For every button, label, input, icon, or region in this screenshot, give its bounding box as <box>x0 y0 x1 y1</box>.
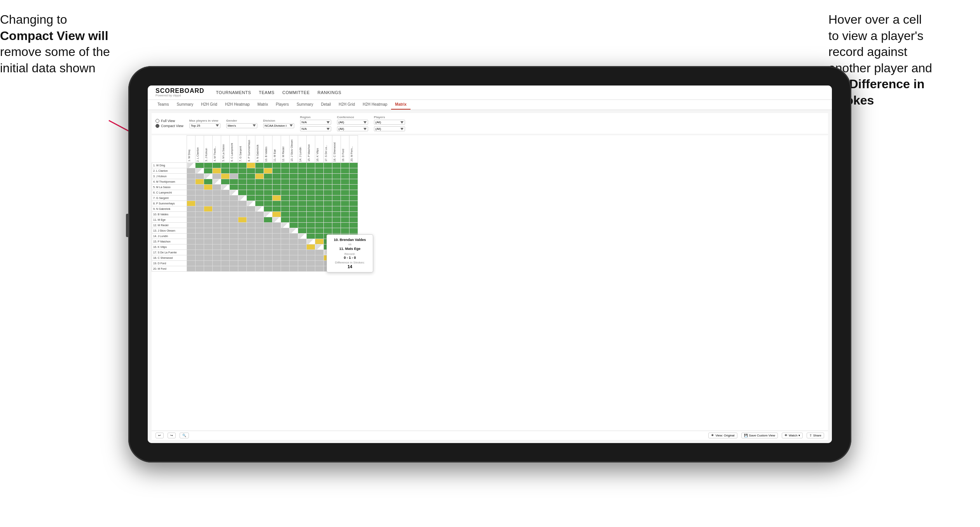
matrix-cell[interactable] <box>281 206 290 212</box>
matrix-cell[interactable] <box>221 266 230 272</box>
matrix-cell[interactable] <box>204 261 213 266</box>
matrix-cell[interactable] <box>238 212 247 217</box>
matrix-cell[interactable] <box>255 244 264 250</box>
matrix-cell[interactable] <box>324 195 332 201</box>
matrix-cell[interactable] <box>247 228 255 234</box>
tab-summary-2[interactable]: Summary <box>293 100 317 110</box>
tab-teams[interactable]: Teams <box>154 100 173 110</box>
matrix-cell[interactable] <box>332 217 341 223</box>
matrix-cell[interactable] <box>298 244 307 250</box>
matrix-cell[interactable] <box>204 239 213 244</box>
matrix-cell[interactable] <box>204 250 213 255</box>
matrix-cell[interactable] <box>204 174 213 179</box>
matrix-cell[interactable] <box>332 174 341 179</box>
matrix-cell[interactable] <box>230 223 238 228</box>
matrix-cell[interactable] <box>221 179 230 185</box>
matrix-cell[interactable] <box>315 190 324 195</box>
matrix-cell[interactable] <box>204 190 213 195</box>
nav-committee[interactable]: COMMITTEE <box>282 90 310 95</box>
matrix-cell[interactable] <box>255 223 264 228</box>
matrix-cell[interactable] <box>273 217 281 223</box>
matrix-cell[interactable] <box>349 168 358 174</box>
matrix-cell[interactable] <box>290 185 298 190</box>
matrix-cell[interactable] <box>281 250 290 255</box>
matrix-cell[interactable] <box>281 212 290 217</box>
matrix-cell[interactable] <box>298 239 307 244</box>
matrix-cell[interactable] <box>315 234 324 239</box>
tab-summary[interactable]: Summary <box>173 100 197 110</box>
matrix-cell[interactable] <box>290 195 298 201</box>
matrix-cell[interactable] <box>255 185 264 190</box>
matrix-cell[interactable] <box>230 255 238 261</box>
matrix-cell[interactable] <box>332 206 341 212</box>
matrix-cell[interactable] <box>341 217 349 223</box>
matrix-cell[interactable] <box>273 185 281 190</box>
matrix-cell[interactable] <box>264 179 273 185</box>
matrix-cell[interactable] <box>273 201 281 206</box>
matrix-cell[interactable] <box>273 255 281 261</box>
conference-select-2[interactable]: (All) <box>337 126 368 131</box>
matrix-cell[interactable] <box>315 174 324 179</box>
matrix-cell[interactable] <box>273 206 281 212</box>
matrix-cell[interactable] <box>264 190 273 195</box>
matrix-cell[interactable] <box>238 201 247 206</box>
matrix-cell[interactable] <box>281 195 290 201</box>
matrix-cell[interactable] <box>264 255 273 261</box>
undo-button[interactable]: ↩ <box>155 433 164 438</box>
matrix-cell[interactable] <box>247 244 255 250</box>
tab-matrix-active[interactable]: Matrix <box>391 100 410 110</box>
matrix-cell[interactable] <box>230 250 238 255</box>
matrix-cell[interactable] <box>298 190 307 195</box>
matrix-cell[interactable] <box>273 163 281 168</box>
matrix-cell[interactable] <box>187 228 196 234</box>
matrix-cell[interactable] <box>324 174 332 179</box>
matrix-cell[interactable] <box>298 195 307 201</box>
matrix-cell[interactable] <box>196 234 204 239</box>
matrix-cell[interactable] <box>196 266 204 272</box>
matrix-cell[interactable] <box>187 174 196 179</box>
matrix-cell[interactable] <box>349 179 358 185</box>
matrix-cell[interactable] <box>349 185 358 190</box>
matrix-cell[interactable] <box>213 168 221 174</box>
matrix-cell[interactable] <box>307 217 315 223</box>
matrix-cell[interactable] <box>315 163 324 168</box>
matrix-cell[interactable] <box>221 223 230 228</box>
matrix-cell[interactable] <box>230 190 238 195</box>
matrix-cell[interactable] <box>264 163 273 168</box>
matrix-cell[interactable] <box>196 163 204 168</box>
matrix-cell[interactable] <box>324 217 332 223</box>
matrix-cell[interactable] <box>290 201 298 206</box>
matrix-cell[interactable] <box>290 228 298 234</box>
matrix-cell[interactable] <box>213 201 221 206</box>
matrix-cell[interactable] <box>213 234 221 239</box>
matrix-cell[interactable] <box>290 190 298 195</box>
matrix-cell[interactable] <box>213 179 221 185</box>
matrix-cell[interactable] <box>221 234 230 239</box>
matrix-cell[interactable] <box>264 212 273 217</box>
matrix-cell[interactable] <box>290 179 298 185</box>
matrix-cell[interactable] <box>204 223 213 228</box>
matrix-cell[interactable] <box>324 212 332 217</box>
matrix-cell[interactable] <box>290 174 298 179</box>
matrix-cell[interactable] <box>332 212 341 217</box>
matrix-cell[interactable] <box>230 185 238 190</box>
matrix-cell[interactable] <box>230 266 238 272</box>
matrix-cell[interactable] <box>187 201 196 206</box>
save-custom-view-button[interactable]: 💾 Save Custom View <box>741 433 778 438</box>
matrix-cell[interactable] <box>187 163 196 168</box>
matrix-cell[interactable] <box>204 217 213 223</box>
matrix-cell[interactable] <box>341 228 349 234</box>
matrix-cell[interactable] <box>238 234 247 239</box>
matrix-cell[interactable] <box>247 217 255 223</box>
matrix-cell[interactable] <box>221 201 230 206</box>
matrix-cell[interactable] <box>298 185 307 190</box>
matrix-cell[interactable] <box>255 266 264 272</box>
matrix-cell[interactable] <box>213 195 221 201</box>
max-players-select[interactable]: Top 25 <box>189 123 220 128</box>
matrix-cell[interactable] <box>290 168 298 174</box>
matrix-cell[interactable] <box>273 239 281 244</box>
matrix-cell[interactable] <box>230 212 238 217</box>
matrix-cell[interactable] <box>341 206 349 212</box>
matrix-cell[interactable] <box>349 163 358 168</box>
matrix-cell[interactable] <box>290 163 298 168</box>
